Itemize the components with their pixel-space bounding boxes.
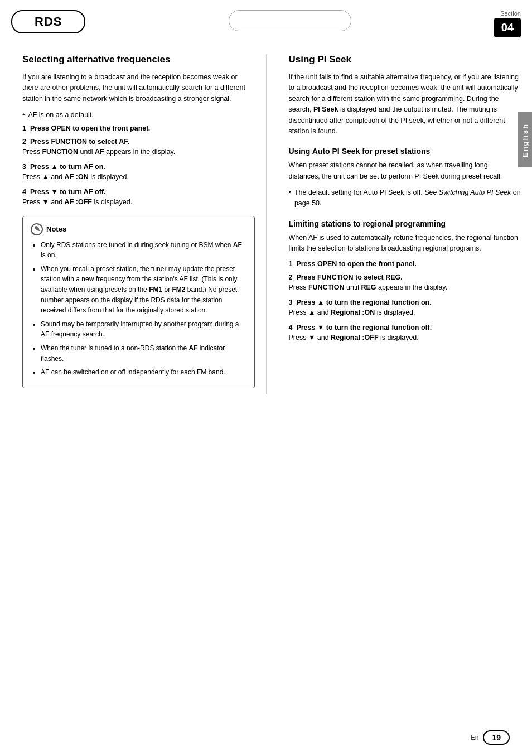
section-number: 04 [494, 18, 521, 37]
rds-badge: RDS [11, 10, 85, 33]
regional-step-1: 1 Press OPEN to open the front panel. [289, 260, 521, 268]
note-item-1: Only RDS stations are tuned in during se… [41, 240, 246, 261]
top-center-box [229, 10, 351, 31]
left-title: Selecting alternative frequencies [22, 54, 255, 65]
left-step-4-label: 4 Press ▼ to turn AF off. [22, 188, 255, 196]
right-column: Using PI Seek If the unit fails to find … [283, 54, 521, 394]
main-content: Selecting alternative frequencies If you… [0, 37, 532, 405]
bottom-bar: En 19 [471, 730, 510, 745]
pi-seek-title: Using PI Seek [289, 54, 521, 65]
note-item-2: When you recall a preset station, the tu… [41, 264, 246, 316]
left-step-3: 3 Press ▲ to turn AF on. Press ▲ and AF … [22, 163, 255, 182]
left-column: Selecting alternative frequencies If you… [22, 54, 267, 394]
top-bar: RDS Section 04 [0, 0, 532, 37]
left-step-3-detail: Press ▲ and AF :ON is displayed. [22, 172, 255, 182]
regional-step-4-detail: Press ▼ and Regional :OFF is displayed. [289, 333, 521, 343]
auto-pi-body: When preset stations cannot be recalled,… [289, 160, 521, 182]
regional-step-2-label: 2 Press FUNCTION to select REG. [289, 273, 521, 281]
regional-body: When AF is used to automatically retune … [289, 233, 521, 254]
regional-step-2-detail: Press FUNCTION until REG appears in the … [289, 282, 521, 293]
regional-title: Limiting stations to regional programmin… [289, 219, 521, 228]
auto-pi-title: Using Auto PI Seek for preset stations [289, 147, 521, 156]
left-step-1-label: 1 Press OPEN to open the front panel. [22, 124, 255, 132]
regional-step-3-label: 3 Press ▲ to turn the regional function … [289, 298, 521, 306]
notes-list: Only RDS stations are tuned in during se… [31, 240, 246, 378]
left-bullet1: AF is on as a default. [22, 110, 255, 121]
left-step-2-detail: Press FUNCTION until AF appears in the d… [22, 147, 255, 157]
note-item-4: When the tuner is tuned to a non-RDS sta… [41, 343, 246, 364]
note-icon: ✎ [31, 223, 43, 235]
regional-step-3-detail: Press ▲ and Regional :ON is displayed. [289, 307, 521, 318]
english-side-label: English [518, 112, 532, 167]
left-step-3-label: 3 Press ▲ to turn AF on. [22, 163, 255, 171]
section-label: Section [500, 10, 521, 17]
regional-step-2: 2 Press FUNCTION to select REG. Press FU… [289, 273, 521, 293]
left-step-2-label: 2 Press FUNCTION to select AF. [22, 138, 255, 146]
left-step-4-detail: Press ▼ and AF :OFF is displayed. [22, 197, 255, 208]
left-intro: If you are listening to a broadcast and … [22, 72, 255, 104]
section-badge-wrap: Section 04 [494, 10, 521, 37]
page-lang: En [471, 734, 479, 741]
note-item-3: Sound may be temporarily interrupted by … [41, 319, 246, 340]
regional-step-4-label: 4 Press ▼ to turn the regional function … [289, 324, 521, 331]
left-step-2: 2 Press FUNCTION to select AF. Press FUN… [22, 138, 255, 157]
auto-pi-bullet: The default setting for Auto PI Seek is … [289, 187, 521, 209]
left-step-1: 1 Press OPEN to open the front panel. [22, 124, 255, 132]
left-step-4: 4 Press ▼ to turn AF off. Press ▼ and AF… [22, 188, 255, 208]
note-item-5: AF can be switched on or off independent… [41, 367, 246, 378]
notes-box: ✎ Notes Only RDS stations are tuned in d… [22, 216, 255, 388]
regional-step-4: 4 Press ▼ to turn the regional function … [289, 324, 521, 343]
regional-step-1-label: 1 Press OPEN to open the front panel. [289, 260, 521, 268]
regional-step-3: 3 Press ▲ to turn the regional function … [289, 298, 521, 318]
page-number: 19 [483, 730, 510, 745]
pi-seek-body: If the unit fails to find a suitable alt… [289, 72, 521, 137]
notes-title: ✎ Notes [31, 223, 246, 235]
